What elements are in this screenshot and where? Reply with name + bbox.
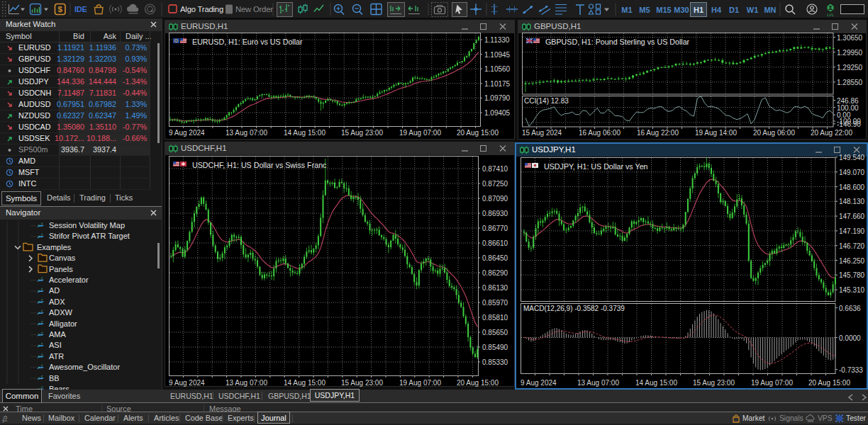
svg-text:M5: M5 <box>639 6 650 14</box>
svg-text:H4: H4 <box>711 6 722 14</box>
svg-text:M30: M30 <box>674 6 689 14</box>
svg-text:W1: W1 <box>747 6 759 14</box>
svg-text:MN: MN <box>764 6 776 14</box>
svg-text:LVL: LVL <box>827 13 835 17</box>
svg-text:Algo Trading: Algo Trading <box>180 5 223 13</box>
svg-text:D1: D1 <box>729 6 739 14</box>
svg-text:$: $ <box>57 5 62 13</box>
svg-text:New Order: New Order <box>235 5 273 13</box>
svg-text:IDE: IDE <box>74 5 87 13</box>
svg-text:M15: M15 <box>656 6 671 14</box>
svg-text:M1: M1 <box>621 6 632 14</box>
svg-text:H1: H1 <box>694 6 703 14</box>
